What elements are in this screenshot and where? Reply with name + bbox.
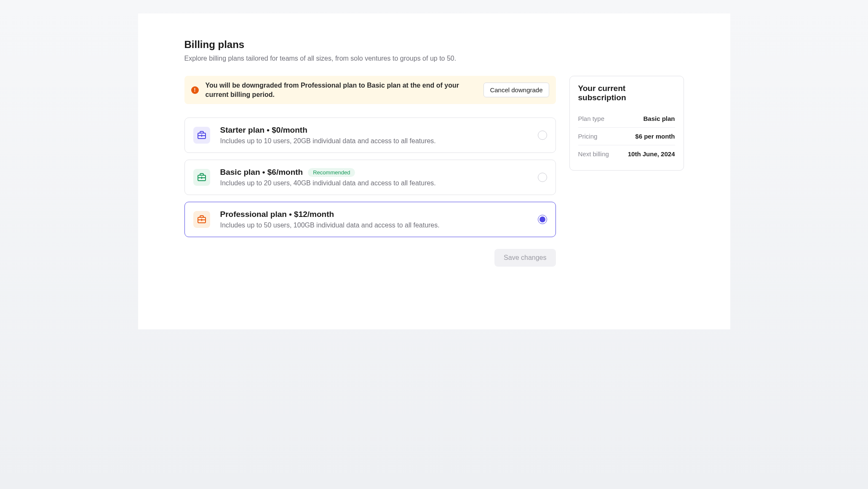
subscription-row-value: 10th June, 2024 <box>628 150 675 158</box>
page-title: Billing plans <box>184 39 684 51</box>
side-column: Your current subscription Plan typeBasic… <box>569 76 684 171</box>
plan-body: Basic plan • $6/monthRecommendedIncludes… <box>220 168 528 187</box>
banner-message: You will be downgraded from Professional… <box>206 81 477 99</box>
subscription-card: Your current subscription Plan typeBasic… <box>569 76 684 171</box>
recommended-badge: Recommended <box>308 168 355 177</box>
plan-title-row: Starter plan • $0/month <box>220 126 528 135</box>
plan-description: Includes up to 10 users, 20GB individual… <box>220 137 528 145</box>
plan-description: Includes up to 50 users, 100GB individua… <box>220 222 528 229</box>
plan-card-starter[interactable]: Starter plan • $0/monthIncludes up to 10… <box>184 118 556 153</box>
layout: ! You will be downgraded from Profession… <box>184 76 684 267</box>
plan-radio[interactable] <box>538 215 547 224</box>
plan-body: Starter plan • $0/monthIncludes up to 10… <box>220 126 528 145</box>
subscription-row: Plan typeBasic plan <box>578 110 675 128</box>
billing-page: Billing plans Explore billing plans tail… <box>138 13 730 329</box>
briefcase-icon <box>193 169 210 186</box>
alert-icon: ! <box>191 86 199 94</box>
plan-body: Professional plan • $12/monthIncludes up… <box>220 210 528 229</box>
plan-title-row: Basic plan • $6/monthRecommended <box>220 168 528 177</box>
plan-list: Starter plan • $0/monthIncludes up to 10… <box>184 118 556 237</box>
subscription-row: Next billing10th June, 2024 <box>578 145 675 163</box>
subscription-details: Plan typeBasic planPricing$6 per monthNe… <box>578 110 675 163</box>
downgrade-banner: ! You will be downgraded from Profession… <box>184 76 556 104</box>
plan-title-row: Professional plan • $12/month <box>220 210 528 219</box>
plan-radio[interactable] <box>538 173 547 182</box>
actions-row: Save changes <box>184 249 556 267</box>
subscription-title: Your current subscription <box>578 84 675 102</box>
cancel-downgrade-button[interactable]: Cancel downgrade <box>483 83 549 97</box>
plan-card-professional[interactable]: Professional plan • $12/monthIncludes up… <box>184 202 556 237</box>
subscription-row-label: Plan type <box>578 115 605 122</box>
save-changes-button[interactable]: Save changes <box>494 249 556 267</box>
subscription-row-value: $6 per month <box>635 133 675 140</box>
subscription-row-value: Basic plan <box>643 115 675 122</box>
plan-description: Includes up to 20 users, 40GB individual… <box>220 179 528 187</box>
subscription-row-label: Pricing <box>578 133 598 140</box>
main-column: ! You will be downgraded from Profession… <box>184 76 556 267</box>
subscription-row-label: Next billing <box>578 150 609 158</box>
briefcase-icon <box>193 127 210 144</box>
plan-title: Starter plan • $0/month <box>220 126 307 135</box>
briefcase-icon <box>193 211 210 228</box>
plan-radio[interactable] <box>538 131 547 140</box>
plan-title: Basic plan • $6/month <box>220 168 303 177</box>
plan-card-basic[interactable]: Basic plan • $6/monthRecommendedIncludes… <box>184 160 556 195</box>
page-subtitle: Explore billing plans tailored for teams… <box>184 55 684 62</box>
plan-title: Professional plan • $12/month <box>220 210 334 219</box>
subscription-row: Pricing$6 per month <box>578 128 675 145</box>
